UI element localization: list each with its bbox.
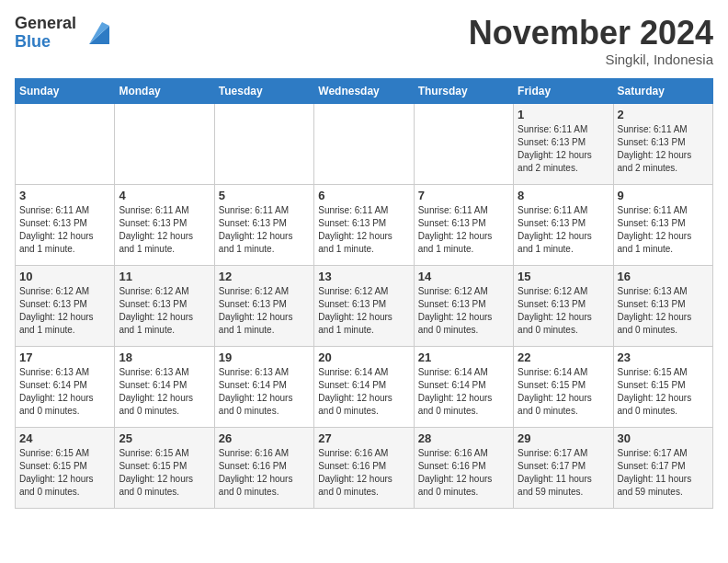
- day-number: 30: [618, 431, 709, 445]
- logo-blue: Blue: [15, 33, 76, 52]
- day-cell: 10Sunrise: 6:12 AM Sunset: 6:13 PM Dayli…: [16, 265, 115, 346]
- calendar-table: SundayMondayTuesdayWednesdayThursdayFrid…: [15, 78, 713, 509]
- day-cell: 19Sunrise: 6:13 AM Sunset: 6:14 PM Dayli…: [214, 346, 313, 427]
- calendar-body: 1Sunrise: 6:11 AM Sunset: 6:13 PM Daylig…: [16, 103, 713, 508]
- day-cell: 16Sunrise: 6:13 AM Sunset: 6:13 PM Dayli…: [613, 265, 712, 346]
- day-info: Sunrise: 6:14 AM Sunset: 6:14 PM Dayligh…: [418, 367, 493, 416]
- day-cell: 22Sunrise: 6:14 AM Sunset: 6:15 PM Dayli…: [514, 346, 613, 427]
- day-info: Sunrise: 6:12 AM Sunset: 6:13 PM Dayligh…: [19, 286, 94, 335]
- day-number: 9: [618, 189, 709, 202]
- day-info: Sunrise: 6:11 AM Sunset: 6:13 PM Dayligh…: [518, 124, 592, 173]
- day-number: 5: [219, 189, 310, 202]
- day-info: Sunrise: 6:11 AM Sunset: 6:13 PM Dayligh…: [19, 205, 94, 254]
- day-cell: 1Sunrise: 6:11 AM Sunset: 6:13 PM Daylig…: [514, 103, 613, 184]
- day-cell: 17Sunrise: 6:13 AM Sunset: 6:14 PM Dayli…: [16, 346, 115, 427]
- day-info: Sunrise: 6:14 AM Sunset: 6:14 PM Dayligh…: [318, 367, 392, 416]
- day-number: 8: [518, 189, 609, 202]
- day-cell: 5Sunrise: 6:11 AM Sunset: 6:13 PM Daylig…: [214, 184, 313, 265]
- day-cell: 27Sunrise: 6:16 AM Sunset: 6:16 PM Dayli…: [314, 427, 414, 508]
- day-number: 25: [119, 431, 210, 445]
- page-header: General Blue November 2024 Singkil, Indo…: [15, 15, 713, 67]
- header-cell-saturday: Saturday: [613, 78, 712, 103]
- day-number: 12: [219, 270, 310, 283]
- day-cell: 4Sunrise: 6:11 AM Sunset: 6:13 PM Daylig…: [115, 184, 214, 265]
- day-cell: 24Sunrise: 6:15 AM Sunset: 6:15 PM Dayli…: [16, 427, 115, 508]
- week-row: 24Sunrise: 6:15 AM Sunset: 6:15 PM Dayli…: [16, 427, 713, 508]
- day-number: 28: [418, 431, 509, 445]
- day-number: 29: [518, 431, 609, 445]
- day-cell: 8Sunrise: 6:11 AM Sunset: 6:13 PM Daylig…: [514, 184, 613, 265]
- day-number: 1: [518, 108, 609, 121]
- day-number: 17: [19, 350, 110, 364]
- month-title: November 2024: [469, 15, 713, 52]
- day-info: Sunrise: 6:17 AM Sunset: 6:17 PM Dayligh…: [518, 448, 592, 497]
- header-cell-monday: Monday: [115, 78, 214, 103]
- day-info: Sunrise: 6:13 AM Sunset: 6:14 PM Dayligh…: [119, 367, 193, 416]
- day-cell: [314, 103, 414, 184]
- logo: General Blue: [15, 15, 109, 52]
- header-cell-friday: Friday: [514, 78, 613, 103]
- day-cell: 29Sunrise: 6:17 AM Sunset: 6:17 PM Dayli…: [514, 427, 613, 508]
- day-number: 27: [318, 431, 409, 445]
- day-cell: 15Sunrise: 6:12 AM Sunset: 6:13 PM Dayli…: [514, 265, 613, 346]
- day-info: Sunrise: 6:17 AM Sunset: 6:17 PM Dayligh…: [618, 448, 692, 497]
- day-number: 3: [19, 189, 110, 202]
- day-cell: 26Sunrise: 6:16 AM Sunset: 6:16 PM Dayli…: [214, 427, 313, 508]
- day-cell: 13Sunrise: 6:12 AM Sunset: 6:13 PM Dayli…: [314, 265, 414, 346]
- day-cell: 11Sunrise: 6:12 AM Sunset: 6:13 PM Dayli…: [115, 265, 214, 346]
- day-cell: 12Sunrise: 6:12 AM Sunset: 6:13 PM Dayli…: [214, 265, 313, 346]
- day-cell: 25Sunrise: 6:15 AM Sunset: 6:15 PM Dayli…: [115, 427, 214, 508]
- day-number: 4: [119, 189, 210, 202]
- header-cell-wednesday: Wednesday: [314, 78, 414, 103]
- day-number: 19: [219, 350, 310, 364]
- day-info: Sunrise: 6:11 AM Sunset: 6:13 PM Dayligh…: [219, 205, 293, 254]
- day-cell: 6Sunrise: 6:11 AM Sunset: 6:13 PM Daylig…: [314, 184, 414, 265]
- day-info: Sunrise: 6:12 AM Sunset: 6:13 PM Dayligh…: [119, 286, 193, 335]
- day-info: Sunrise: 6:15 AM Sunset: 6:15 PM Dayligh…: [19, 448, 94, 497]
- day-info: Sunrise: 6:16 AM Sunset: 6:16 PM Dayligh…: [219, 448, 293, 497]
- day-number: 18: [119, 350, 210, 364]
- day-info: Sunrise: 6:11 AM Sunset: 6:13 PM Dayligh…: [618, 205, 692, 254]
- week-row: 3Sunrise: 6:11 AM Sunset: 6:13 PM Daylig…: [16, 184, 713, 265]
- day-number: 2: [618, 108, 709, 121]
- day-info: Sunrise: 6:11 AM Sunset: 6:13 PM Dayligh…: [119, 205, 193, 254]
- day-info: Sunrise: 6:11 AM Sunset: 6:13 PM Dayligh…: [318, 205, 392, 254]
- day-number: 23: [618, 350, 709, 364]
- week-row: 17Sunrise: 6:13 AM Sunset: 6:14 PM Dayli…: [16, 346, 713, 427]
- day-info: Sunrise: 6:11 AM Sunset: 6:13 PM Dayligh…: [418, 205, 493, 254]
- title-area: November 2024 Singkil, Indonesia: [469, 15, 713, 67]
- day-cell: 14Sunrise: 6:12 AM Sunset: 6:13 PM Dayli…: [414, 265, 513, 346]
- day-cell: [115, 103, 214, 184]
- day-cell: 18Sunrise: 6:13 AM Sunset: 6:14 PM Dayli…: [115, 346, 214, 427]
- subtitle: Singkil, Indonesia: [469, 52, 713, 67]
- day-cell: [214, 103, 313, 184]
- day-number: 20: [318, 350, 409, 364]
- header-cell-sunday: Sunday: [16, 78, 115, 103]
- day-number: 22: [518, 350, 609, 364]
- day-cell: 30Sunrise: 6:17 AM Sunset: 6:17 PM Dayli…: [613, 427, 712, 508]
- day-cell: 21Sunrise: 6:14 AM Sunset: 6:14 PM Dayli…: [414, 346, 513, 427]
- day-info: Sunrise: 6:15 AM Sunset: 6:15 PM Dayligh…: [618, 367, 692, 416]
- day-number: 10: [19, 270, 110, 283]
- day-number: 15: [518, 270, 609, 283]
- day-info: Sunrise: 6:14 AM Sunset: 6:15 PM Dayligh…: [518, 367, 592, 416]
- header-cell-tuesday: Tuesday: [214, 78, 313, 103]
- calendar-header: SundayMondayTuesdayWednesdayThursdayFrid…: [16, 78, 713, 103]
- day-info: Sunrise: 6:11 AM Sunset: 6:13 PM Dayligh…: [618, 124, 692, 173]
- day-cell: [16, 103, 115, 184]
- day-info: Sunrise: 6:12 AM Sunset: 6:13 PM Dayligh…: [219, 286, 293, 335]
- day-cell: [414, 103, 513, 184]
- day-info: Sunrise: 6:13 AM Sunset: 6:14 PM Dayligh…: [19, 367, 94, 416]
- day-number: 26: [219, 431, 310, 445]
- day-cell: 20Sunrise: 6:14 AM Sunset: 6:14 PM Dayli…: [314, 346, 414, 427]
- header-cell-thursday: Thursday: [414, 78, 513, 103]
- day-cell: 7Sunrise: 6:11 AM Sunset: 6:13 PM Daylig…: [414, 184, 513, 265]
- week-row: 1Sunrise: 6:11 AM Sunset: 6:13 PM Daylig…: [16, 103, 713, 184]
- day-number: 6: [318, 189, 409, 202]
- day-info: Sunrise: 6:16 AM Sunset: 6:16 PM Dayligh…: [318, 448, 392, 497]
- day-cell: 9Sunrise: 6:11 AM Sunset: 6:13 PM Daylig…: [613, 184, 712, 265]
- logo-general: General: [15, 15, 76, 33]
- day-info: Sunrise: 6:16 AM Sunset: 6:16 PM Dayligh…: [418, 448, 493, 497]
- day-info: Sunrise: 6:13 AM Sunset: 6:14 PM Dayligh…: [219, 367, 293, 416]
- day-number: 13: [318, 270, 409, 283]
